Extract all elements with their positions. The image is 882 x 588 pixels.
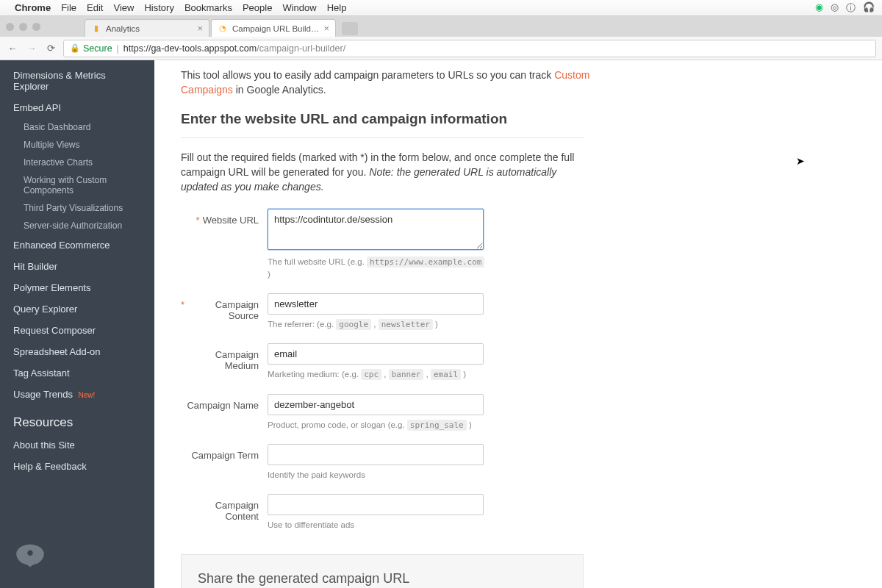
forward-button[interactable]: → bbox=[25, 43, 38, 54]
new-tab-button[interactable] bbox=[342, 22, 358, 35]
required-marker: * bbox=[196, 215, 200, 290]
menu-view[interactable]: View bbox=[113, 2, 134, 13]
tab-close-icon[interactable]: × bbox=[197, 23, 203, 34]
eye-icon[interactable]: ◎ bbox=[831, 1, 839, 15]
sidebar-enhanced-ecommerce[interactable]: Enhanced Ecommerce bbox=[0, 234, 154, 256]
hint-medium-sep1: , bbox=[381, 370, 389, 379]
intro-text: This tool allows you to easily add campa… bbox=[181, 68, 592, 98]
sidebar-resources-heading: Resources bbox=[0, 405, 154, 434]
hint-source-sep: , bbox=[371, 320, 379, 329]
hint-source-c1: google bbox=[336, 319, 371, 330]
menu-edit[interactable]: Edit bbox=[87, 2, 103, 13]
secure-badge: 🔒 Secure bbox=[70, 43, 112, 54]
label-campaign-source-text: Campaign Source bbox=[187, 299, 259, 340]
hint-name-code: spring_sale bbox=[407, 420, 467, 431]
campaign-medium-input[interactable] bbox=[268, 343, 484, 365]
hint-medium-c1: cpc bbox=[361, 369, 381, 380]
traffic-max[interactable] bbox=[32, 23, 40, 31]
campaign-source-input[interactable] bbox=[268, 293, 484, 315]
tab-analytics-title: Analytics bbox=[106, 24, 194, 33]
traffic-close[interactable] bbox=[6, 23, 14, 31]
sidebar-multiple-views[interactable]: Multiple Views bbox=[0, 136, 154, 154]
hint-campaign-medium: Marketing medium: (e.g. cpc , banner , e… bbox=[268, 368, 488, 380]
sidebar-query-explorer[interactable]: Query Explorer bbox=[0, 298, 154, 320]
menu-history[interactable]: History bbox=[144, 2, 173, 13]
hint-website-pre: The full website URL (e.g. bbox=[268, 257, 367, 266]
field-campaign-medium: Campaign Medium Marketing medium: (e.g. … bbox=[181, 343, 856, 390]
sidebar: Dimensions & Metrics Explorer Embed API … bbox=[0, 60, 154, 588]
sidebar-embed-api[interactable]: Embed API bbox=[0, 97, 154, 118]
tab-analytics[interactable]: ▮ Analytics × bbox=[85, 19, 209, 37]
tab-close-icon[interactable]: × bbox=[323, 23, 329, 34]
menu-help[interactable]: Help bbox=[327, 2, 347, 13]
menu-window[interactable]: Window bbox=[282, 2, 316, 13]
analytics-favicon-icon: ▮ bbox=[91, 24, 101, 34]
back-button[interactable]: ← bbox=[6, 43, 19, 54]
menubar-right-icons: ◉ ◎ ⓘ 🎧 bbox=[815, 1, 875, 15]
sidebar-spreadsheet-addon[interactable]: Spreadsheet Add-on bbox=[0, 341, 154, 362]
sidebar-interactive-charts[interactable]: Interactive Charts bbox=[0, 154, 154, 171]
grammarly-icon[interactable]: ◉ bbox=[815, 1, 823, 15]
hint-website-post: ) bbox=[268, 270, 270, 279]
field-campaign-content: Campaign Content Use to differentiate ad… bbox=[181, 494, 856, 541]
hint-source-c2: newsletter bbox=[379, 319, 433, 330]
address-bar[interactable]: 🔒 Secure | https://ga-dev-tools.appspot.… bbox=[63, 40, 876, 57]
label-campaign-content-text: Campaign Content bbox=[181, 500, 259, 541]
menu-people[interactable]: People bbox=[243, 2, 272, 13]
hint-source-post: ) bbox=[433, 320, 438, 329]
headset-icon[interactable]: 🎧 bbox=[863, 1, 875, 15]
label-campaign-medium: Campaign Medium bbox=[181, 343, 268, 390]
tab-url-builder-title: Campaign URL Builder — Goo bbox=[232, 24, 320, 33]
hint-medium-c3: email bbox=[431, 369, 461, 380]
field-campaign-name: Campaign Name Product, promo code, or sl… bbox=[181, 394, 856, 441]
sidebar-help-feedback[interactable]: Help & Feedback bbox=[0, 456, 154, 477]
menu-bookmarks[interactable]: Bookmarks bbox=[184, 2, 232, 13]
new-badge: New! bbox=[79, 391, 96, 399]
sidebar-logo bbox=[0, 531, 154, 588]
intro-post: in Google Analytics. bbox=[233, 84, 326, 96]
website-url-input[interactable]: https://codintutor.de/session bbox=[268, 209, 484, 250]
main-content: This tool allows you to easily add campa… bbox=[154, 60, 882, 588]
sidebar-basic-dashboard[interactable]: Basic Dashboard bbox=[0, 118, 154, 136]
menubar-app-name[interactable]: Chrome bbox=[15, 2, 51, 13]
reload-button[interactable]: ⟳ bbox=[44, 43, 57, 54]
chrome-toolbar: ← → ⟳ 🔒 Secure | https://ga-dev-tools.ap… bbox=[0, 37, 882, 60]
sidebar-about[interactable]: About this Site bbox=[0, 434, 154, 456]
hint-source-pre: The referrer: (e.g. bbox=[268, 320, 336, 329]
chrome-tabstrip: ▮ Analytics × ◔ Campaign URL Builder — G… bbox=[0, 16, 882, 37]
info-icon[interactable]: ⓘ bbox=[846, 1, 856, 15]
sidebar-polymer[interactable]: Polymer Elements bbox=[0, 277, 154, 298]
sidebar-request-composer[interactable]: Request Composer bbox=[0, 320, 154, 341]
addr-path: /campaign-url-builder/ bbox=[257, 43, 345, 54]
sidebar-third-party[interactable]: Third Party Visualizations bbox=[0, 199, 154, 217]
browser-tabs: ▮ Analytics × ◔ Campaign URL Builder — G… bbox=[85, 16, 358, 37]
campaign-form: *Website URL https://codintutor.de/sessi… bbox=[181, 209, 856, 541]
addr-host: https://ga-dev-tools.appspot.com bbox=[123, 43, 257, 54]
hint-campaign-name: Product, promo code, or slogan (e.g. spr… bbox=[268, 419, 488, 431]
tab-url-builder[interactable]: ◔ Campaign URL Builder — Goo × bbox=[211, 19, 336, 37]
required-marker: * bbox=[181, 299, 184, 340]
sidebar-usage-trends[interactable]: Usage Trends New! bbox=[0, 384, 154, 405]
lock-icon: 🔒 bbox=[70, 43, 80, 53]
hint-website-url: The full website URL (e.g. https://www.e… bbox=[268, 256, 488, 279]
section-divider bbox=[181, 137, 584, 138]
campaign-name-input[interactable] bbox=[268, 394, 484, 415]
field-campaign-term: Campaign Term Identify the paid keywords bbox=[181, 444, 856, 491]
sidebar-server-auth[interactable]: Server-side Authorization bbox=[0, 217, 154, 234]
secure-label: Secure bbox=[83, 43, 112, 54]
section-title: Enter the website URL and campaign infor… bbox=[181, 111, 856, 127]
sidebar-dimensions[interactable]: Dimensions & Metrics Explorer bbox=[0, 65, 154, 97]
label-campaign-source: *Campaign Source bbox=[181, 293, 268, 340]
campaign-content-input[interactable] bbox=[268, 494, 484, 515]
share-title: Share the generated campaign URL bbox=[198, 571, 567, 587]
traffic-min[interactable] bbox=[19, 23, 27, 31]
campaign-term-input[interactable] bbox=[268, 444, 484, 465]
sidebar-hit-builder[interactable]: Hit Builder bbox=[0, 256, 154, 277]
label-campaign-name: Campaign Name bbox=[181, 394, 268, 441]
menu-file[interactable]: File bbox=[61, 2, 76, 13]
sidebar-tag-assistant[interactable]: Tag Assistant bbox=[0, 362, 154, 384]
macos-menubar: Chrome File Edit View History Bookmarks … bbox=[0, 0, 882, 16]
label-website-url-text: Website URL bbox=[203, 215, 259, 290]
hint-campaign-term: Identify the paid keywords bbox=[268, 469, 488, 481]
sidebar-custom-components[interactable]: Working with Custom Components bbox=[0, 171, 154, 199]
